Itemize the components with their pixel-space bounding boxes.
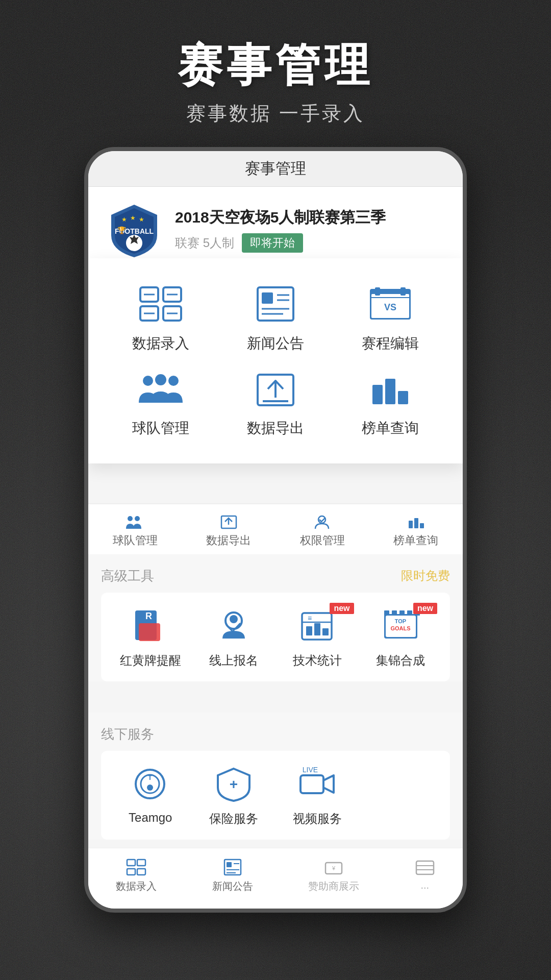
svg-point-26 bbox=[143, 376, 153, 386]
menu-item-schedule[interactable]: VS 赛程编辑 bbox=[338, 284, 442, 353]
svg-text:≡: ≡ bbox=[308, 614, 312, 622]
offline-video[interactable]: LIVE 视频服务 bbox=[278, 764, 357, 827]
svg-rect-60 bbox=[399, 610, 405, 616]
phone-topbar-title: 赛事管理 bbox=[245, 158, 306, 179]
page-content: 赛事管理 赛事数据 一手录入 赛事管理 ★ ★ ★ FOOTBALL bbox=[0, 0, 551, 980]
card-reminder-icon: R bbox=[128, 605, 173, 646]
teamgo-icon: T bbox=[128, 764, 173, 804]
team-icon bbox=[135, 369, 186, 409]
svg-rect-70 bbox=[127, 860, 135, 866]
svg-point-66 bbox=[147, 785, 153, 791]
advanced-tools-title: 高级工具 bbox=[101, 567, 154, 585]
tool-label-video: 视频服务 bbox=[293, 811, 342, 827]
advanced-tools-grid: R 红黄牌提醒 线上报名 bbox=[101, 593, 450, 681]
svg-text:GOALS: GOALS bbox=[390, 625, 410, 631]
svg-text:★: ★ bbox=[130, 214, 136, 222]
football-logo: ★ ★ ★ FOOTBALL 🏆 bbox=[106, 202, 162, 258]
svg-rect-59 bbox=[392, 610, 397, 616]
menu-label-export: 数据导出 bbox=[247, 419, 304, 438]
league-type: 联赛 5人制 bbox=[175, 235, 234, 251]
svg-rect-73 bbox=[137, 869, 145, 875]
offline-teamgo[interactable]: T Teamgo bbox=[111, 764, 190, 827]
svg-point-47 bbox=[230, 615, 238, 623]
online-reg-icon bbox=[211, 605, 257, 646]
bottom-nav-row: 球队管理 数据导出 权限管理 榜单查询 bbox=[88, 504, 463, 559]
menu-item-data-entry[interactable]: 数据录入 bbox=[109, 284, 213, 353]
schedule-icon: VS bbox=[365, 284, 416, 325]
league-name: 2018天空夜场5人制联赛第三季 bbox=[175, 207, 445, 227]
svg-rect-72 bbox=[127, 869, 135, 875]
svg-text:R: R bbox=[145, 611, 152, 621]
tab-more[interactable]: ... bbox=[415, 859, 435, 893]
tool-label-card-reminder: 红黄牌提醒 bbox=[120, 652, 181, 669]
svg-rect-40 bbox=[409, 521, 413, 528]
offline-services-title: 线下服务 bbox=[101, 725, 154, 743]
menu-item-team[interactable]: 球队管理 bbox=[109, 369, 213, 438]
tool-label-tech-stats: 技术统计 bbox=[293, 652, 342, 669]
menu-label-ranking: 榜单查询 bbox=[362, 419, 419, 438]
svg-text:🏆: 🏆 bbox=[117, 226, 127, 235]
svg-rect-53 bbox=[322, 628, 329, 635]
menu-label-team: 球队管理 bbox=[132, 419, 189, 438]
nav-permission[interactable]: 权限管理 bbox=[300, 514, 345, 548]
nav-team[interactable]: 球队管理 bbox=[113, 514, 158, 548]
svg-point-27 bbox=[155, 374, 166, 385]
svg-text:★: ★ bbox=[121, 216, 127, 223]
tool-online-reg[interactable]: 线上报名 bbox=[195, 605, 273, 669]
menu-label-data-entry: 数据录入 bbox=[132, 334, 189, 353]
bottom-tab-bar: 数据录入 新闻公告 ¥ 赞助商展示 ... bbox=[88, 848, 463, 909]
svg-rect-15 bbox=[262, 292, 273, 304]
svg-rect-42 bbox=[420, 523, 424, 528]
video-icon: LIVE bbox=[294, 764, 340, 804]
ranking-icon bbox=[365, 369, 416, 409]
advanced-tools-header: 高级工具 限时免费 bbox=[101, 554, 450, 593]
tool-label-online-reg: 线上报名 bbox=[209, 652, 258, 669]
svg-text:★: ★ bbox=[139, 216, 144, 223]
svg-rect-71 bbox=[137, 860, 145, 866]
nav-ranking[interactable]: 榜单查询 bbox=[393, 514, 438, 548]
svg-text:TOP: TOP bbox=[395, 618, 406, 624]
phone-topbar: 赛事管理 bbox=[88, 151, 463, 187]
svg-rect-24 bbox=[375, 287, 380, 296]
phone-mockup: 赛事管理 ★ ★ ★ FOOTBALL bbox=[84, 147, 467, 913]
svg-point-36 bbox=[135, 516, 140, 521]
svg-rect-52 bbox=[314, 623, 320, 635]
svg-text:VS: VS bbox=[384, 302, 396, 312]
svg-rect-61 bbox=[407, 610, 412, 616]
offline-insurance[interactable]: + 保险服务 bbox=[195, 764, 273, 827]
main-menu-card: 数据录入 新闻公告 bbox=[88, 258, 463, 463]
svg-rect-51 bbox=[306, 626, 312, 635]
tool-card-reminder[interactable]: R 红黄牌提醒 bbox=[111, 605, 190, 669]
svg-rect-32 bbox=[372, 385, 383, 404]
sub-title: 赛事数据 一手录入 bbox=[178, 101, 373, 127]
status-badge: 即将开始 bbox=[242, 233, 303, 253]
svg-text:LIVE: LIVE bbox=[303, 766, 318, 774]
data-entry-icon bbox=[135, 284, 186, 325]
svg-rect-33 bbox=[385, 379, 395, 404]
tool-label-insurance: 保险服务 bbox=[209, 811, 258, 827]
news-icon bbox=[250, 284, 301, 325]
svg-rect-75 bbox=[227, 862, 232, 867]
league-meta: 联赛 5人制 即将开始 bbox=[175, 233, 445, 253]
svg-rect-14 bbox=[258, 287, 293, 321]
nav-export[interactable]: 数据导出 bbox=[206, 514, 251, 548]
svg-rect-34 bbox=[398, 391, 408, 404]
offline-services-header: 线下服务 bbox=[101, 713, 450, 751]
svg-rect-25 bbox=[400, 287, 406, 296]
svg-text:+: + bbox=[230, 776, 238, 792]
menu-grid: 数据录入 新闻公告 bbox=[109, 284, 442, 438]
menu-item-ranking[interactable]: 榜单查询 bbox=[338, 369, 442, 438]
advanced-tools-badge: 限时免费 bbox=[401, 568, 450, 584]
export-icon bbox=[250, 369, 301, 409]
tool-tech-stats[interactable]: new ≡ 技术统计 bbox=[278, 605, 357, 669]
svg-rect-58 bbox=[384, 610, 389, 616]
menu-item-export[interactable]: 数据导出 bbox=[223, 369, 328, 438]
header-area: 赛事管理 赛事数据 一手录入 bbox=[178, 0, 373, 127]
tab-sponsor[interactable]: ¥ 赞助商展示 bbox=[308, 859, 359, 893]
tool-highlights[interactable]: new TOP GOALS bbox=[362, 605, 440, 669]
menu-item-news[interactable]: 新闻公告 bbox=[223, 284, 328, 353]
svg-rect-44 bbox=[139, 623, 160, 641]
tab-data-entry[interactable]: 数据录入 bbox=[116, 859, 157, 893]
offline-services-grid: T Teamgo + 保险服务 bbox=[101, 751, 450, 840]
tab-news[interactable]: 新闻公告 bbox=[212, 859, 253, 893]
